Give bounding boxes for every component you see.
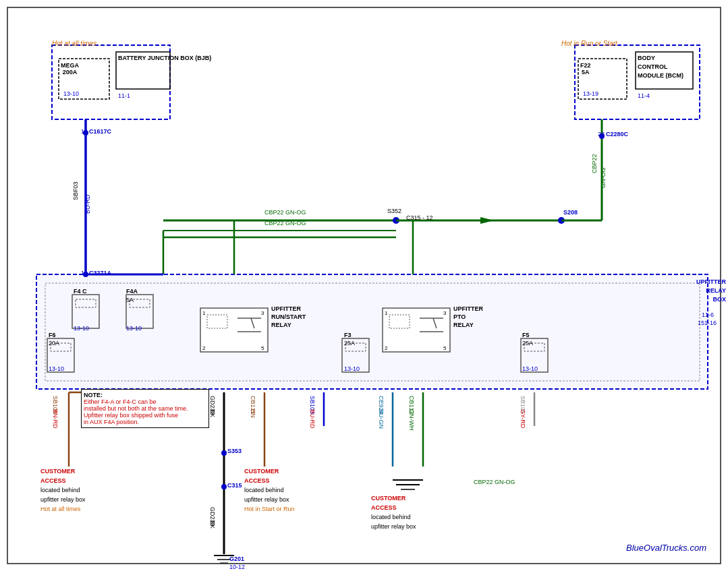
f3-amps: 25A <box>344 340 355 347</box>
relay1-pin1: 1 <box>202 310 205 316</box>
relay2-pin2: 2 <box>385 345 387 351</box>
c315-gnd-label: C315 <box>227 482 242 489</box>
connector-c1617c-pin: 1 <box>81 128 84 135</box>
relay1-pin2: 2 <box>202 345 205 351</box>
wiring-diagram <box>8 8 723 566</box>
f4c-ref: 13-10 <box>74 325 89 332</box>
f3-ref: 13-10 <box>344 365 360 372</box>
g201-ref: 10-12 <box>229 564 245 570</box>
cb111-color: BN <box>250 409 256 418</box>
wire-cbp22-color-vertical: GN-OG <box>600 168 607 189</box>
bcm-page: 11-4 <box>638 92 650 99</box>
gd233-color: BK <box>209 409 216 417</box>
connector-c3271a-pin: 1 <box>81 270 84 276</box>
f6-amps: 20A <box>49 340 59 347</box>
note-box: NOTE: Either F4-A or F4-C can beinstalle… <box>81 389 209 428</box>
main-diagram: Hot at all times Hot in Run or Start BAT… <box>7 7 721 564</box>
relay1-pin5: 5 <box>261 345 264 351</box>
upfitter-relay-box-title: UPFITTERRELAYBOX <box>696 278 726 304</box>
svg-point-47 <box>221 450 227 456</box>
run-start-relay-label: UPFITTERRUN/STARTRELAY <box>271 305 306 329</box>
hot-label-right: Hot in Run or Start <box>561 40 617 47</box>
f4a-amps: 5A <box>126 297 134 303</box>
customer-access-1: CUSTOMERACCESS located behindupfitter re… <box>40 467 86 514</box>
wire-cbp22-vertical: CBP22 <box>591 154 598 173</box>
s353-label: S353 <box>227 448 242 454</box>
wire-cbp22-h3: CBP22 GN-OG <box>264 220 306 227</box>
relay2-pin3: 3 <box>443 310 446 316</box>
relay1-pin3: 3 <box>261 310 264 316</box>
ce924-color: BU-GN <box>378 409 385 429</box>
f4a-label: F4A <box>126 288 138 295</box>
s208-label: S208 <box>563 209 578 216</box>
f6-ref: 13-10 <box>49 365 64 372</box>
hot-label-left: Hot at all times <box>52 40 96 47</box>
c315-label: C315 - 12 <box>406 214 433 221</box>
bjb-title: BATTERY JUNCTION BOX (BJB) <box>118 54 211 63</box>
connector-c2280c-pin: 23 <box>598 131 605 138</box>
relay2-pin5: 5 <box>443 345 446 351</box>
f22-fuse: F225A <box>580 62 591 76</box>
s352-label: S352 <box>387 208 401 214</box>
gd233-b-color: BK <box>209 520 216 529</box>
g201-label: G201 <box>229 555 244 562</box>
f4a-ref: 13-10 <box>126 325 142 332</box>
sb106-color: BN-RD <box>52 409 59 429</box>
f5-label: F5 <box>522 332 530 338</box>
watermark: BlueOvalTrucks.com <box>626 543 706 553</box>
sb105-color: GY-RD <box>520 409 526 428</box>
svg-point-61 <box>221 484 227 489</box>
sb103-color: BU-RD <box>309 409 316 429</box>
f5-amps: 25A <box>522 340 533 347</box>
wire-sbf03: SBF03 <box>72 181 79 200</box>
wire-cbp22-h1: CBP22 GN-OG <box>264 209 306 216</box>
mega-fuse: MEGA200A <box>61 62 79 76</box>
upfitter-relay-page2: 151-16 <box>698 320 717 326</box>
connector-c2280c: C2280C <box>606 131 628 138</box>
f4c-label: F4 C <box>74 288 87 295</box>
relay2-pin1: 1 <box>385 310 387 316</box>
customer-access-3: CUSTOMERACCESS located behindupfitter re… <box>371 493 416 531</box>
mega-ref: 13-10 <box>63 90 79 97</box>
f22-ref: 13-19 <box>583 90 598 97</box>
bcm-title: BODYCONTROLMODULE (BCM) <box>638 54 683 80</box>
upfitter-relay-page1: 11-6 <box>702 311 714 318</box>
f6-label: F6 <box>49 332 56 338</box>
f3-label: F3 <box>344 332 352 338</box>
cb112-color: GN-WH <box>408 409 415 431</box>
svg-marker-36 <box>480 217 494 224</box>
connector-c1617c: C1617C <box>89 128 111 135</box>
pto-relay-label: UPFITTERPTORELAY <box>453 305 483 329</box>
customer-access-2: CUSTOMERACCESS located behindupfitter re… <box>244 467 295 514</box>
wire-sbf03-color: BU-RD <box>84 195 91 214</box>
bjb-page: 11-1 <box>118 92 130 99</box>
wire-cbp22-h2: CBP22 GN-OG <box>474 479 515 485</box>
connector-c3271a: C3271A <box>89 270 111 276</box>
f5-ref: 13-10 <box>522 365 538 372</box>
